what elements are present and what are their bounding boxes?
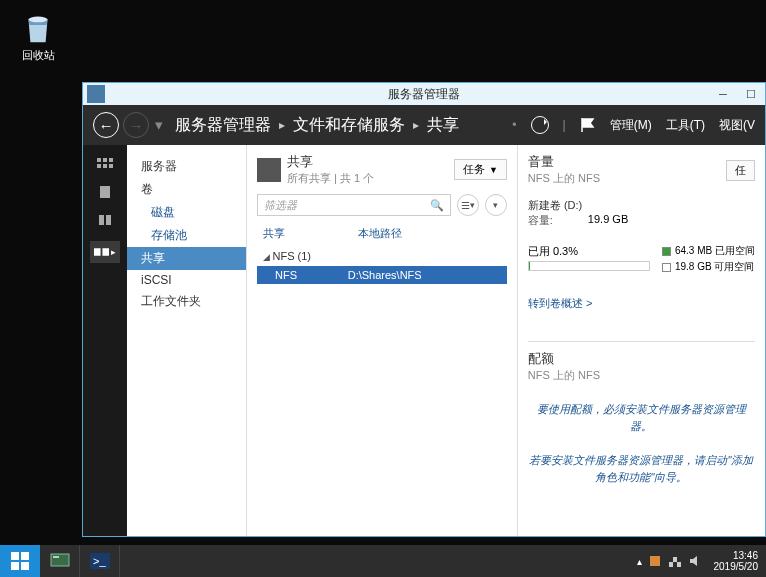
clock-time: 13:46 xyxy=(714,550,759,561)
taskbar: >_ ▴ 13:46 2019/5/20 xyxy=(0,545,766,577)
used-label: 已用 0.3% xyxy=(528,244,650,259)
minimize-button[interactable]: ─ xyxy=(709,84,737,104)
volume-subtitle: NFS 上的 NFS xyxy=(528,171,755,186)
tray-chevron[interactable]: ▴ xyxy=(637,556,642,567)
server-manager-window: 服务器管理器 ─ ☐ ← → ▾ 服务器管理器 ▸ 文件和存储服务 ▸ 共享 •… xyxy=(82,82,766,537)
refresh-icon[interactable] xyxy=(531,116,549,134)
used-swatch xyxy=(662,247,671,256)
svg-rect-6 xyxy=(109,164,113,168)
svg-rect-7 xyxy=(100,186,110,198)
volume-tasks-button[interactable]: 任 xyxy=(726,160,755,181)
usage-bar xyxy=(528,261,650,271)
svg-rect-8 xyxy=(99,215,104,225)
volume-name: 新建卷 (D:) xyxy=(528,198,755,213)
svg-rect-21 xyxy=(669,562,673,567)
recycle-bin[interactable]: 回收站 xyxy=(8,8,68,63)
share-row[interactable]: NFS D:\Shares\NFS xyxy=(257,266,507,284)
sidebar-item-disks[interactable]: 磁盘 xyxy=(127,201,246,224)
shares-icon xyxy=(257,158,281,182)
breadcrumb-2[interactable]: 共享 xyxy=(427,115,459,136)
breadcrumb-1[interactable]: 文件和存储服务 xyxy=(293,115,405,136)
quota-title: 配额 xyxy=(528,350,755,368)
share-name: NFS xyxy=(275,269,348,281)
svg-rect-4 xyxy=(97,164,101,168)
clock[interactable]: 13:46 2019/5/20 xyxy=(714,550,759,572)
powershell-taskbtn[interactable]: >_ xyxy=(80,545,120,577)
quota-subtitle: NFS 上的 NFS xyxy=(528,368,755,383)
tray-sound-icon[interactable] xyxy=(688,554,702,568)
view-options-button[interactable]: ☰ ▾ xyxy=(457,194,479,216)
maximize-button[interactable]: ☐ xyxy=(737,84,765,104)
expand-button[interactable]: ▾ xyxy=(485,194,507,216)
quota-msg1: 要使用配额，必须安装文件服务器资源管理器。 xyxy=(528,401,755,434)
recycle-bin-icon xyxy=(19,8,57,46)
start-button[interactable] xyxy=(0,545,40,577)
tray-flag-icon[interactable] xyxy=(648,554,662,568)
tray-network-icon[interactable] xyxy=(668,554,682,568)
svg-rect-2 xyxy=(103,158,107,162)
shares-title: 共享 xyxy=(287,153,454,171)
left-nav: ▸ xyxy=(83,145,127,536)
menu-view[interactable]: 视图(V xyxy=(719,117,755,134)
sidebar: 服务器 卷 磁盘 存储池 共享 iSCSI 工作文件夹 xyxy=(127,145,247,536)
svg-rect-13 xyxy=(21,552,29,560)
app-icon xyxy=(87,85,105,103)
filter-input[interactable]: 筛选器 🔍 xyxy=(257,194,451,216)
share-path: D:\Shares\NFS xyxy=(348,269,489,281)
svg-rect-16 xyxy=(51,554,69,566)
svg-rect-17 xyxy=(53,556,59,558)
sidebar-item-volumes[interactable]: 卷 xyxy=(127,178,246,201)
file-services-icon[interactable]: ▸ xyxy=(90,241,120,263)
svg-rect-10 xyxy=(94,248,101,256)
search-icon[interactable]: 🔍 xyxy=(430,199,444,212)
breadcrumb[interactable]: 服务器管理器 ▸ 文件和存储服务 ▸ 共享 xyxy=(175,115,459,136)
capacity-label: 容量: xyxy=(528,213,588,228)
svg-rect-14 xyxy=(11,562,19,570)
breadcrumb-root[interactable]: 服务器管理器 xyxy=(175,115,271,136)
svg-rect-5 xyxy=(103,164,107,168)
svg-rect-9 xyxy=(106,215,111,225)
back-button[interactable]: ← xyxy=(93,112,119,138)
sidebar-item-servers[interactable]: 服务器 xyxy=(127,155,246,178)
grid-group[interactable]: NFS (1) xyxy=(257,246,507,266)
volume-title: 音量 xyxy=(528,153,755,171)
all-servers-icon[interactable] xyxy=(96,213,114,227)
quota-section: 配额 NFS 上的 NFS 要使用配额，必须安装文件服务器资源管理器。 若要安装… xyxy=(528,341,755,485)
clock-date: 2019/5/20 xyxy=(714,561,759,572)
titlebar: 服务器管理器 ─ ☐ xyxy=(83,83,765,105)
svg-rect-22 xyxy=(677,562,681,567)
volume-overview-link[interactable]: 转到卷概述 > xyxy=(528,297,592,309)
legend-free: 19.8 GB 可用空间 xyxy=(675,260,754,274)
sidebar-item-shares[interactable]: 共享 xyxy=(127,247,246,270)
shares-pane: 共享 所有共享 | 共 1 个 任务▼ 筛选器 🔍 ☰ ▾ ▾ 共享 本地路径 xyxy=(247,145,518,536)
svg-rect-23 xyxy=(673,557,677,562)
svg-rect-1 xyxy=(97,158,101,162)
servers-icon[interactable] xyxy=(96,185,114,199)
sidebar-item-iscsi[interactable]: iSCSI xyxy=(127,270,246,290)
svg-rect-20 xyxy=(650,556,660,566)
menu-manage[interactable]: 管理(M) xyxy=(610,117,652,134)
free-swatch xyxy=(662,263,671,272)
svg-point-0 xyxy=(29,17,48,23)
shares-subtitle: 所有共享 | 共 1 个 xyxy=(287,171,454,186)
col-share[interactable]: 共享 xyxy=(263,226,358,241)
grid-header: 共享 本地路径 xyxy=(257,222,507,246)
server-manager-taskbtn[interactable] xyxy=(40,545,80,577)
svg-rect-3 xyxy=(109,158,113,162)
window-title: 服务器管理器 xyxy=(388,86,460,103)
sidebar-item-pools[interactable]: 存储池 xyxy=(127,224,246,247)
volume-pane: 音量 NFS 上的 NFS 任 新建卷 (D:) 容量:19.9 GB 已用 0… xyxy=(518,145,765,536)
sidebar-item-workfolders[interactable]: 工作文件夹 xyxy=(127,290,246,313)
dashboard-icon[interactable] xyxy=(96,157,114,171)
svg-text:>_: >_ xyxy=(93,555,106,567)
col-path[interactable]: 本地路径 xyxy=(358,226,501,241)
legend-used: 64.3 MB 已用空间 xyxy=(675,244,755,258)
svg-rect-12 xyxy=(11,552,19,560)
shares-tasks-button[interactable]: 任务▼ xyxy=(454,159,507,180)
capacity-value: 19.9 GB xyxy=(588,213,628,228)
recycle-bin-label: 回收站 xyxy=(8,48,68,63)
quota-msg2: 若要安装文件服务器资源管理器，请启动"添加角色和功能"向导。 xyxy=(528,452,755,485)
svg-rect-11 xyxy=(102,248,109,256)
menu-tools[interactable]: 工具(T) xyxy=(666,117,705,134)
flag-icon[interactable] xyxy=(580,117,596,133)
